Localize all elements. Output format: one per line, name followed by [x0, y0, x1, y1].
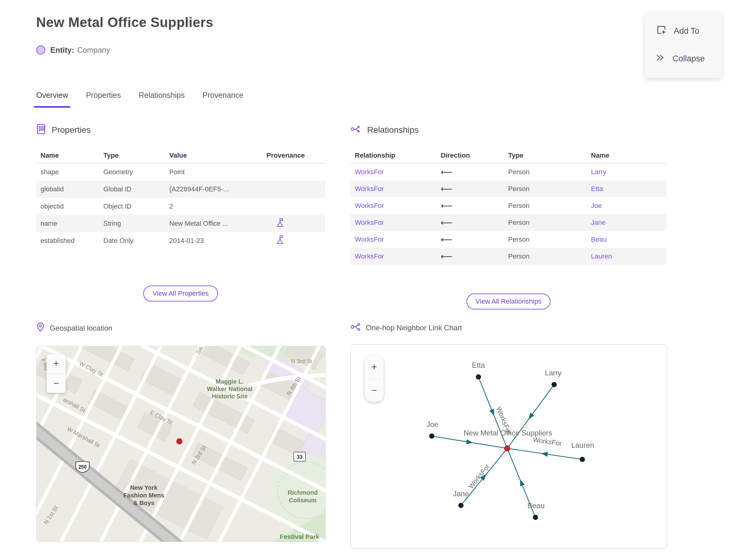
rel-type: Person	[504, 202, 587, 210]
add-to-button[interactable]: Add To	[655, 23, 722, 39]
table-row: WorksFor ⟵ Person Jane	[351, 214, 666, 231]
relationship-link[interactable]: WorksFor	[351, 219, 436, 227]
node-label: Lauren	[571, 441, 594, 449]
poi-label: Richmond	[288, 489, 318, 496]
direction-arrow: ⟵	[436, 251, 504, 261]
link-chart-canvas: WorksFor WorksFor WorksFor Etta Larry Jo…	[351, 345, 667, 548]
node-label: Beau	[527, 501, 545, 510]
zoom-in-button[interactable]: +	[47, 354, 66, 374]
direction-arrow: ⟵	[436, 235, 504, 244]
poi-label: Fashion Mens	[123, 492, 164, 499]
prop-name: globalid	[36, 185, 99, 193]
node-etta[interactable]	[476, 374, 481, 380]
entity-link[interactable]: Beau	[587, 236, 666, 244]
poi-label: Historic Site	[212, 393, 248, 400]
tab-bar: Overview Properties Relationships Proven…	[36, 91, 243, 108]
relationships-icon	[351, 124, 362, 136]
entity-link[interactable]: Etta	[587, 185, 666, 193]
entity-link[interactable]: Jane	[587, 219, 666, 227]
poi-label: Festival Park	[280, 533, 320, 540]
one-hop-link-chart[interactable]: WorksFor WorksFor WorksFor Etta Larry Jo…	[351, 344, 667, 549]
table-row: objectid Object ID 2	[36, 198, 325, 215]
geospatial-map[interactable]: k Rd W Clay St Sa arshall St W Marshall …	[36, 346, 326, 542]
view-all-properties-button[interactable]: View All Properties	[143, 286, 218, 301]
entity-type-dot-icon	[36, 45, 45, 55]
provenance-flag-icon[interactable]	[249, 235, 324, 247]
entity-link[interactable]: Larry	[587, 168, 666, 176]
chart-zoom-control: + −	[365, 355, 384, 402]
direction-arrow: ⟵	[436, 201, 504, 211]
relationship-link[interactable]: WorksFor	[351, 236, 436, 244]
prop-name: name	[36, 220, 99, 228]
rel-type: Person	[504, 252, 587, 260]
prop-value: Point	[165, 168, 249, 176]
poi-label: Maggie L.	[216, 378, 244, 385]
route-shield-33: 33	[294, 452, 305, 461]
svg-text:250: 250	[79, 464, 87, 470]
node-label: Jane	[453, 489, 469, 498]
center-node[interactable]	[504, 446, 510, 451]
link-chart-icon	[351, 322, 361, 334]
node-label: Joe	[427, 420, 439, 428]
col-provenance: Provenance	[249, 152, 324, 159]
direction-arrow: ⟵	[436, 184, 504, 194]
relationship-link[interactable]: WorksFor	[351, 168, 436, 176]
col-name: Name	[36, 152, 99, 159]
direction-arrow: ⟵	[436, 218, 504, 228]
tab-overview[interactable]: Overview	[36, 91, 68, 108]
node-larry[interactable]	[552, 382, 557, 387]
prop-name: objectid	[36, 202, 99, 210]
properties-section: Properties Name Type Value Provenance sh…	[36, 124, 325, 301]
tab-properties[interactable]: Properties	[86, 91, 121, 108]
col-type: Type	[99, 152, 165, 159]
node-jane[interactable]	[458, 503, 464, 508]
view-all-relationships-button[interactable]: View All Relationships	[466, 293, 551, 309]
entity-type-value: Company	[77, 46, 110, 55]
table-row: shape Geometry Point	[36, 163, 325, 181]
entity-details-page: New Metal Office Suppliers Entity: Compa…	[0, 0, 736, 560]
tab-provenance[interactable]: Provenance	[202, 91, 243, 108]
node-joe[interactable]	[429, 434, 435, 439]
prop-type: Global ID	[99, 185, 165, 193]
provenance-flag-icon[interactable]	[249, 218, 324, 229]
prop-type: Geometry	[99, 168, 165, 176]
location-marker[interactable]	[177, 439, 182, 444]
relationships-table-header: Relationship Direction Type Name	[351, 148, 666, 163]
rel-type: Person	[504, 168, 587, 176]
entity-row: Entity: Company	[36, 45, 110, 55]
collapse-label: Collapse	[673, 54, 705, 63]
add-to-icon	[655, 24, 667, 38]
prop-value: 2014-01-23	[165, 237, 249, 245]
table-row: WorksFor ⟵ Person Joe	[351, 197, 666, 214]
entity-link[interactable]: Joe	[587, 202, 666, 210]
relationship-link[interactable]: WorksFor	[351, 202, 436, 210]
node-beau[interactable]	[533, 515, 538, 520]
relationship-link[interactable]: WorksFor	[351, 185, 436, 193]
node-lauren[interactable]	[580, 457, 585, 462]
relationship-link[interactable]: WorksFor	[351, 252, 436, 260]
relationships-section-header: Relationships	[351, 124, 666, 136]
collapse-button[interactable]: Collapse	[655, 51, 722, 66]
tab-relationships[interactable]: Relationships	[139, 91, 185, 108]
map-zoom-control: + −	[47, 354, 66, 393]
zoom-in-button[interactable]: +	[365, 355, 384, 379]
properties-section-header: Properties	[36, 124, 325, 136]
col-relationship: Relationship	[351, 152, 436, 159]
double-chevron-right-icon	[655, 53, 666, 65]
route-shield-250: 250	[76, 462, 89, 473]
zoom-out-button[interactable]: −	[47, 374, 66, 393]
zoom-out-button[interactable]: −	[365, 379, 384, 402]
floating-action-menu: Add To Collapse	[645, 13, 722, 78]
linkchart-title: One-hop Neighbor Link Chart	[366, 324, 462, 332]
col-value: Value	[165, 152, 249, 159]
rel-type: Person	[504, 185, 587, 193]
prop-value: New Metal Office ...	[165, 220, 249, 228]
poi-label: Coliseum	[289, 497, 316, 504]
map-canvas: k Rd W Clay St Sa arshall St W Marshall …	[36, 346, 325, 542]
entity-link[interactable]: Lauren	[587, 252, 666, 260]
linkchart-section-header: One-hop Neighbor Link Chart	[351, 322, 462, 334]
table-row: WorksFor ⟵ Person Larry	[351, 163, 666, 180]
relationships-section: Relationships Relationship Direction Typ…	[351, 124, 666, 309]
properties-table-header: Name Type Value Provenance	[36, 148, 325, 163]
page-title: New Metal Office Suppliers	[36, 15, 213, 30]
